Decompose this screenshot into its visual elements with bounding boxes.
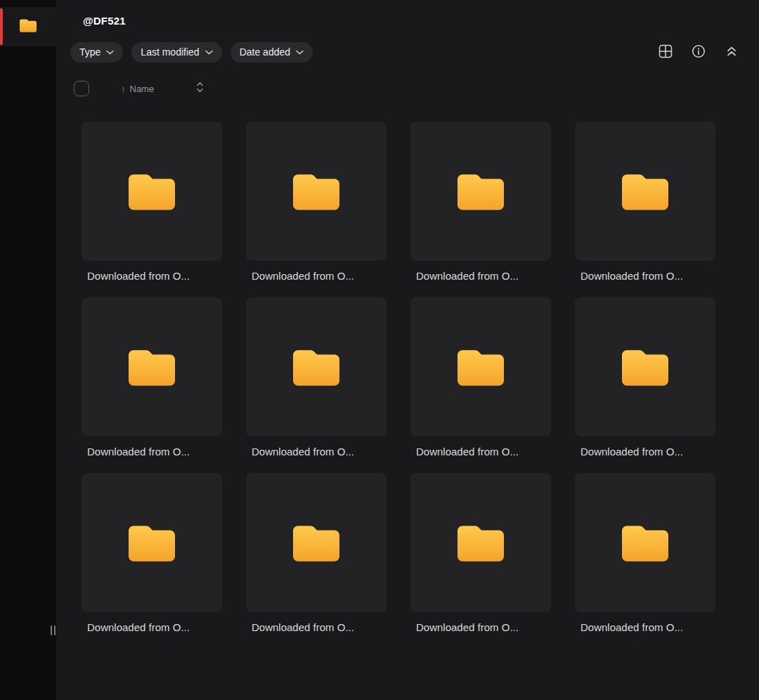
grid-item: Downloaded from O... <box>82 122 222 282</box>
chevron-down-icon <box>205 50 213 55</box>
grid-item: Downloaded from O... <box>82 473 222 633</box>
folder-name[interactable]: Downloaded from O... <box>246 270 387 282</box>
info-button[interactable] <box>691 45 706 60</box>
grid-item: Downloaded from O... <box>575 473 715 633</box>
folder-icon <box>129 348 175 386</box>
select-all-checkbox[interactable] <box>74 81 89 96</box>
main-content: @DF521 Type Last modified Date added <box>56 0 759 700</box>
filter-chips: Type Last modified Date added <box>70 42 313 63</box>
folder-card[interactable] <box>575 297 715 436</box>
folder-name[interactable]: Downloaded from O... <box>82 270 222 282</box>
grid-item: Downloaded from O... <box>410 473 551 633</box>
filter-last-modified-label: Last modified <box>141 46 199 58</box>
chevrons-up-icon <box>725 45 738 60</box>
sort-label: Name <box>130 84 155 94</box>
chevron-down-icon <box>296 50 304 55</box>
grid-item: Downloaded from O... <box>410 122 551 282</box>
grid-item: Downloaded from O... <box>410 297 551 458</box>
folder-icon <box>458 172 504 210</box>
folder-name[interactable]: Downloaded from O... <box>575 621 715 633</box>
folder-name[interactable]: Downloaded from O... <box>82 446 222 458</box>
folder-icon <box>129 172 175 210</box>
folder-card[interactable] <box>246 122 387 261</box>
chevron-down-icon <box>106 50 114 55</box>
grid-item: Downloaded from O... <box>575 297 715 458</box>
filter-date-added[interactable]: Date added <box>231 42 313 63</box>
folder-icon <box>20 18 37 35</box>
folder-icon <box>458 524 504 562</box>
sidebar-item-folder[interactable] <box>0 7 56 46</box>
folder-icon <box>622 172 668 210</box>
grid-item: Downloaded from O... <box>246 122 387 282</box>
up-down-chevrons-icon <box>196 82 204 96</box>
grid-item: Downloaded from O... <box>246 297 387 458</box>
filter-date-added-label: Date added <box>240 46 290 58</box>
folder-icon <box>458 348 504 386</box>
toolbar-actions <box>658 45 739 60</box>
folder-card[interactable] <box>410 122 551 261</box>
filter-type-label: Type <box>79 46 100 58</box>
list-controls: ↑ Name <box>74 81 739 96</box>
sort-selector[interactable] <box>196 82 204 96</box>
grid-view-icon <box>659 44 673 60</box>
grid-item: Downloaded from O... <box>246 473 387 633</box>
folder-name[interactable]: Downloaded from O... <box>575 446 715 458</box>
sidebar-resize-handle[interactable] <box>51 626 56 635</box>
folder-name[interactable]: Downloaded from O... <box>246 446 387 458</box>
grid-item: Downloaded from O... <box>82 297 222 458</box>
filter-last-modified[interactable]: Last modified <box>131 42 221 63</box>
folder-card[interactable] <box>246 473 387 612</box>
folder-card[interactable] <box>575 122 715 261</box>
sort-ascending-icon: ↑ <box>121 84 126 93</box>
active-indicator <box>0 8 3 45</box>
folder-icon <box>129 524 175 562</box>
folder-card[interactable] <box>410 473 551 612</box>
app-window: @DF521 Type Last modified Date added <box>0 0 759 700</box>
folder-card[interactable] <box>82 297 222 436</box>
collapse-button[interactable] <box>724 45 739 60</box>
folder-icon <box>293 172 339 210</box>
folder-name[interactable]: Downloaded from O... <box>410 621 551 633</box>
folder-card[interactable] <box>82 473 222 612</box>
folder-card[interactable] <box>410 297 551 436</box>
folder-card[interactable] <box>575 473 715 612</box>
folder-grid: Downloaded from O... Downloaded from O..… <box>82 122 739 633</box>
sort-control[interactable]: ↑ Name <box>121 84 154 94</box>
folder-card[interactable] <box>82 122 222 261</box>
folder-icon <box>622 348 668 386</box>
folder-icon <box>293 348 339 386</box>
folder-name[interactable]: Downloaded from O... <box>82 621 222 633</box>
sidebar <box>0 0 56 700</box>
page-title: @DF521 <box>83 15 739 27</box>
info-icon <box>692 44 706 60</box>
folder-name[interactable]: Downloaded from O... <box>410 446 551 458</box>
grid-view-button[interactable] <box>658 45 673 60</box>
folder-name[interactable]: Downloaded from O... <box>410 270 551 282</box>
filter-type[interactable]: Type <box>70 42 123 63</box>
folder-icon <box>622 524 668 562</box>
folder-card[interactable] <box>246 297 387 436</box>
folder-name[interactable]: Downloaded from O... <box>246 621 387 633</box>
toolbar: Type Last modified Date added <box>70 42 739 63</box>
grid-item: Downloaded from O... <box>575 122 715 282</box>
folder-icon <box>293 524 339 562</box>
folder-name[interactable]: Downloaded from O... <box>575 270 715 282</box>
